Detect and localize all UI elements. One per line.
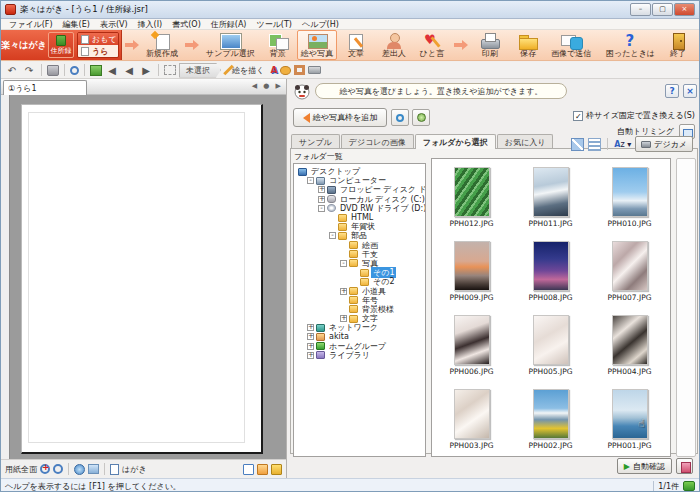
toolbar-button[interactable]: ひと言 [413, 30, 451, 60]
address-book-button[interactable]: 住所録 [48, 32, 74, 58]
font-icon[interactable]: A [270, 65, 277, 75]
toolbar-button[interactable]: 画像で送信 [547, 30, 595, 60]
toolbar-button[interactable]: 差出人 [375, 30, 413, 60]
panel-help-button[interactable]: ? [665, 84, 679, 98]
export-icon[interactable] [243, 464, 254, 475]
globe-icon[interactable] [74, 464, 85, 475]
tree-item[interactable]: + ネットワーク [294, 323, 425, 332]
menu-item[interactable]: 住所録(A) [206, 19, 252, 30]
tree-toggle[interactable]: + [307, 324, 314, 331]
zoom-out-icon[interactable] [53, 464, 63, 474]
undo-icon[interactable]: ↶ [5, 65, 19, 76]
open-folder-icon[interactable] [257, 464, 268, 475]
tree-toggle[interactable]: + [318, 196, 325, 203]
toolbar-button[interactable]: 新規作成 [142, 30, 182, 60]
tree-toggle[interactable]: + [318, 186, 325, 193]
auto-confirm-button[interactable]: ▶ 自動確認 [617, 458, 672, 474]
menu-item[interactable]: ツール(T) [251, 19, 297, 30]
frame-icon[interactable] [294, 65, 305, 75]
menu-item[interactable]: 編集(E) [58, 19, 95, 30]
thumbnail-image[interactable]: ☝ [612, 389, 648, 439]
next-page-icon[interactable]: ▶ [139, 65, 153, 76]
menu-item[interactable]: 表示(V) [95, 19, 133, 30]
thumbnail-item[interactable]: PPH009.JPG [432, 241, 511, 315]
stamp-button[interactable] [676, 458, 693, 474]
palette-icon[interactable] [280, 66, 291, 75]
thumbnail-image[interactable] [612, 315, 648, 365]
menu-item[interactable]: ファイル(F) [4, 19, 58, 30]
thumbnail-scrollbar[interactable] [676, 158, 696, 457]
thumbnail-image[interactable] [612, 167, 648, 217]
delete-icon[interactable] [47, 65, 59, 76]
grid-view-icon[interactable] [88, 464, 99, 474]
selection-rect-icon[interactable] [164, 65, 176, 75]
thumbnail-image[interactable] [533, 389, 569, 439]
tree-toggle[interactable]: + [340, 315, 347, 322]
menu-item[interactable]: 書式(O) [167, 19, 206, 30]
front-side-tab[interactable]: おもて [78, 33, 118, 45]
tree-toggle[interactable]: - [318, 205, 325, 212]
panel-tab[interactable]: お気に入り [497, 134, 554, 149]
tree-toggle[interactable]: - [340, 260, 347, 267]
canvas-tab[interactable]: ①うら1 [3, 80, 87, 95]
minimize-button[interactable]: – [630, 3, 651, 16]
thumbnail-item[interactable]: PPH011.JPG [511, 167, 590, 241]
print-preview-icon[interactable] [308, 66, 321, 74]
thumbnail-image[interactable] [612, 241, 648, 291]
thumbnail-image[interactable] [454, 167, 490, 217]
thumbnail-item[interactable]: ☝ PPH001.JPG [590, 389, 669, 457]
menu-item[interactable]: 挿入(I) [133, 19, 168, 30]
thumbnail-item[interactable]: PPH004.JPG [590, 315, 669, 389]
portrait-button[interactable] [412, 109, 430, 126]
menu-item[interactable]: ヘルプ(H) [297, 19, 344, 30]
folder-icon[interactable] [271, 464, 282, 475]
thumbnail-view-icon[interactable] [571, 138, 584, 151]
list-view-icon[interactable] [588, 138, 601, 151]
tree-item[interactable]: - 写真 [294, 259, 425, 268]
magnifier-button[interactable] [391, 109, 409, 126]
toolbar-button[interactable]: 背景 [259, 30, 297, 60]
sort-button[interactable]: Az ▾ [614, 140, 631, 149]
thumbnail-item[interactable]: PPH007.JPG [590, 241, 669, 315]
paper-full-label[interactable]: 用紙全面 [5, 464, 37, 475]
tree-toggle[interactable]: + [307, 343, 314, 350]
toolbar-button[interactable]: 文章 [337, 30, 375, 60]
thumbnail-item[interactable]: PPH003.JPG [432, 389, 511, 457]
fixed-size-checkbox[interactable]: ✓ [573, 111, 583, 121]
thumbnail-image[interactable] [533, 167, 569, 217]
toolbar-button[interactable]: 終了 [659, 30, 697, 60]
toolbar-button[interactable]: 困ったときは [602, 30, 659, 60]
digicam-button[interactable]: デジカメ [635, 136, 693, 152]
zoom-in-icon[interactable] [40, 464, 50, 474]
redo-icon[interactable]: ↷ [22, 65, 36, 76]
tree-item[interactable]: - DVD RW ドライブ (D:) DIS [294, 204, 425, 213]
tree-toggle[interactable]: - [307, 177, 314, 184]
maximize-button[interactable]: ▢ [652, 3, 673, 16]
toolbar-button[interactable]: 印刷 [471, 30, 509, 60]
thumbnail-item[interactable]: PPH010.JPG [590, 167, 669, 241]
tree-toggle[interactable]: + [307, 333, 314, 340]
thumbnail-image[interactable] [533, 315, 569, 365]
panel-tab[interactable]: フォルダから選択 [415, 134, 496, 149]
thumbnail-image[interactable] [533, 241, 569, 291]
close-button[interactable]: × [674, 3, 695, 16]
tree-toggle[interactable]: + [307, 352, 314, 359]
panel-close-button[interactable]: × [683, 84, 697, 98]
add-photo-frame-button[interactable]: 絵や写真枠を追加 [293, 108, 387, 127]
search-icon[interactable] [70, 66, 79, 75]
draw-picture-button[interactable]: 絵を描く [224, 64, 267, 76]
thumbnail-image[interactable] [454, 389, 490, 439]
layout-grid-icon[interactable] [90, 65, 102, 76]
tree-item[interactable]: その1 [294, 268, 425, 277]
panel-tab[interactable]: サンプル [291, 134, 340, 149]
tab-nav-icons[interactable]: ◀ ● ▶ [252, 82, 283, 90]
tree-toggle[interactable]: + [340, 288, 347, 295]
prev-page-icon[interactable]: ◀ [122, 65, 136, 76]
toolbar-button[interactable]: サンプル選択 [202, 30, 259, 60]
thumbnail-item[interactable]: PPH008.JPG [511, 241, 590, 315]
toolbar-button[interactable]: 保存 [509, 30, 547, 60]
thumbnail-image[interactable] [454, 315, 490, 365]
thumbnail-item[interactable]: PPH002.JPG [511, 389, 590, 457]
thumbnail-item[interactable]: PPH006.JPG [432, 315, 511, 389]
thumbnail-item[interactable]: PPH005.JPG [511, 315, 590, 389]
